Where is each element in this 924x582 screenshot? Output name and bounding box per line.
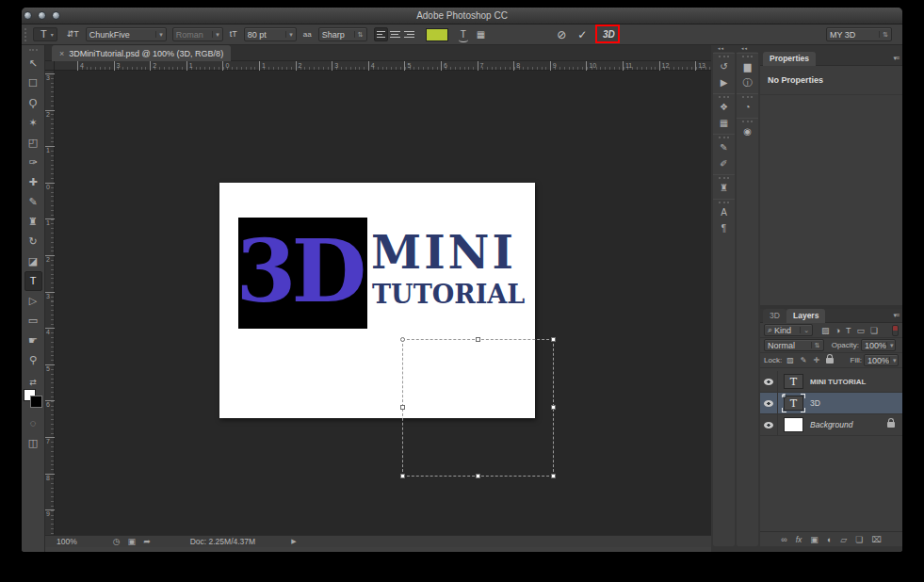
share-icon[interactable]: ➦ xyxy=(143,537,151,546)
layer-row-background[interactable]: Background xyxy=(760,414,902,436)
horizontal-ruler[interactable]: 4321012345678910111213 xyxy=(55,61,712,71)
move-tool[interactable]: ↖ xyxy=(24,54,42,73)
transform-handle[interactable] xyxy=(551,474,556,478)
visibility-toggle[interactable] xyxy=(760,371,778,393)
panel-menu-icon[interactable]: ▾≡ xyxy=(893,312,899,319)
toggle-panels-icon[interactable]: ▦ xyxy=(477,30,485,40)
layer-name[interactable]: Background xyxy=(810,420,852,429)
panel-group-grip[interactable] xyxy=(719,137,729,138)
tab-layers[interactable]: Layers xyxy=(786,309,825,323)
font-size-select[interactable]: 80 pt ▾ xyxy=(244,27,297,41)
quick-mask-icon[interactable]: ◌ xyxy=(24,413,42,433)
lock-position-icon[interactable]: ✛ xyxy=(813,356,819,364)
healing-brush-tool[interactable]: ✚ xyxy=(24,172,42,192)
zoom-level-field[interactable]: 100% xyxy=(57,537,77,546)
sync-status-icon[interactable]: ◷ xyxy=(113,537,121,546)
brush-tool[interactable]: ✎ xyxy=(24,192,42,212)
font-style-select[interactable]: Roman ▾ xyxy=(172,27,223,41)
layer-row-3d[interactable]: T 3D xyxy=(760,393,902,414)
patterns-panel-icon[interactable]: ▦ xyxy=(713,115,735,131)
vertical-ruler[interactable]: 3210123456789 xyxy=(45,71,55,535)
new-layer-icon[interactable]: ❏ xyxy=(855,535,863,544)
align-right-button[interactable] xyxy=(402,27,416,41)
transform-handle[interactable] xyxy=(400,405,405,410)
panel-group-grip[interactable] xyxy=(719,177,729,179)
pasteboard[interactable]: 3D MINI TUTORIAL xyxy=(55,71,711,535)
crop-tool[interactable]: ◰ xyxy=(24,133,42,153)
layer-name[interactable]: MINI TUTORIAL xyxy=(810,378,866,386)
brush-settings-panel-icon[interactable]: ✎ xyxy=(713,139,735,155)
filter-smart-objects-icon[interactable]: ❏ xyxy=(870,326,878,335)
layer-name[interactable]: 3D xyxy=(810,398,820,408)
magic-wand-tool[interactable]: ✶ xyxy=(24,113,42,133)
panel-group-grip[interactable] xyxy=(719,56,729,57)
background-color-swatch[interactable] xyxy=(30,396,42,408)
zoom-tool[interactable]: ⚲ xyxy=(24,350,42,370)
add-layer-mask-icon[interactable]: ▣ xyxy=(810,535,819,544)
new-adjustment-layer-icon[interactable]: ◐ xyxy=(827,535,832,544)
cancel-edits-icon[interactable]: ⊘ xyxy=(557,28,566,41)
type-tool[interactable]: T xyxy=(24,271,42,291)
blend-mode-select[interactable]: Normal ⇅ xyxy=(764,339,824,351)
swatches-panel-icon[interactable]: ❖ xyxy=(713,99,735,115)
marquee-tool[interactable]: ☐ xyxy=(24,73,42,93)
device-preview-icon[interactable]: ▣ xyxy=(128,537,137,546)
lock-transparency-icon[interactable]: ▨ xyxy=(786,356,794,364)
document-canvas[interactable]: 3D MINI TUTORIAL xyxy=(219,183,535,418)
transform-handle[interactable] xyxy=(476,337,480,342)
text-orientation-icon[interactable]: ⇵T xyxy=(67,30,79,39)
transform-handle[interactable] xyxy=(476,474,480,478)
status-menu-arrow-icon[interactable]: ▶ xyxy=(291,538,296,545)
swap-colors-icon[interactable]: ⇄ xyxy=(29,378,37,387)
history-brush-tool[interactable]: ↻ xyxy=(24,232,42,251)
paragraph-panel-icon[interactable]: ¶ xyxy=(713,220,735,236)
image-layer-thumbnail[interactable] xyxy=(784,417,803,432)
clone-source-panel-icon[interactable]: ♜ xyxy=(713,180,735,196)
eyedropper-tool[interactable]: ✑ xyxy=(24,153,42,172)
clone-stamp-tool[interactable]: ♜ xyxy=(24,212,42,232)
panel-group-grip[interactable] xyxy=(719,202,729,203)
lock-pixels-icon[interactable]: ✎ xyxy=(801,356,807,364)
align-left-button[interactable] xyxy=(374,27,388,41)
text-layer-thumbnail[interactable]: T xyxy=(784,374,803,389)
tab-3d[interactable]: 3D xyxy=(763,309,786,323)
lock-all-icon[interactable] xyxy=(826,358,834,364)
align-center-button[interactable] xyxy=(388,27,402,41)
histogram-panel-icon[interactable]: ▆ xyxy=(737,58,758,74)
actions-panel-icon[interactable]: ▶ xyxy=(713,74,735,90)
character-panel-icon[interactable]: A xyxy=(713,204,735,220)
visibility-toggle[interactable] xyxy=(760,393,778,414)
text-color-swatch[interactable] xyxy=(426,28,448,41)
path-selection-tool[interactable]: ▷ xyxy=(24,291,42,311)
new-group-icon[interactable]: ▱ xyxy=(840,535,847,544)
filter-on-off-toggle[interactable] xyxy=(892,325,899,336)
transform-handle[interactable] xyxy=(551,337,556,342)
panel-menu-icon[interactable]: ▾≡ xyxy=(893,55,899,62)
hand-tool[interactable]: ☛ xyxy=(24,331,42,350)
filter-pixel-layers-icon[interactable]: ▨ xyxy=(821,326,830,335)
masks-panel-icon[interactable]: ◔ xyxy=(737,99,758,115)
collapse-panels-icon[interactable]: ◂◂ xyxy=(741,45,748,51)
filter-adjustment-layers-icon[interactable]: ◑ xyxy=(835,326,840,335)
delete-layer-icon[interactable]: ⌧ xyxy=(871,535,881,544)
lasso-tool[interactable]: Ϙ xyxy=(24,93,42,113)
layer-row-mini-tutorial[interactable]: T MINI TUTORIAL xyxy=(760,371,902,393)
info-panel-icon[interactable]: ⓘ xyxy=(737,74,758,90)
panel-group-grip[interactable] xyxy=(742,96,753,98)
eraser-tool[interactable]: ◪ xyxy=(24,251,42,271)
filter-shape-layers-icon[interactable]: ▭ xyxy=(856,326,865,335)
layer-effects-icon[interactable]: fx xyxy=(796,535,802,544)
workspace-select[interactable]: MY 3D ⇅ xyxy=(826,27,892,41)
history-panel-icon[interactable]: ↺ xyxy=(713,58,735,74)
commit-edits-icon[interactable]: ✓ xyxy=(577,28,587,41)
tool-strip-grip[interactable] xyxy=(29,49,38,51)
adjustments-panel-icon[interactable]: ◉ xyxy=(737,123,758,139)
filter-type-layers-icon[interactable]: T xyxy=(846,326,851,335)
panel-group-grip[interactable] xyxy=(719,96,729,98)
transform-bounding-box[interactable] xyxy=(402,339,554,477)
fill-field[interactable]: 100% ▾ xyxy=(864,354,899,366)
close-tab-icon[interactable]: × xyxy=(59,49,64,58)
font-family-select[interactable]: ChunkFive ▾ xyxy=(86,27,167,41)
tab-properties[interactable]: Properties xyxy=(763,52,816,66)
document-tab[interactable]: × 3DMiniTutorial.psd @ 100% (3D, RGB/8) xyxy=(52,45,231,61)
